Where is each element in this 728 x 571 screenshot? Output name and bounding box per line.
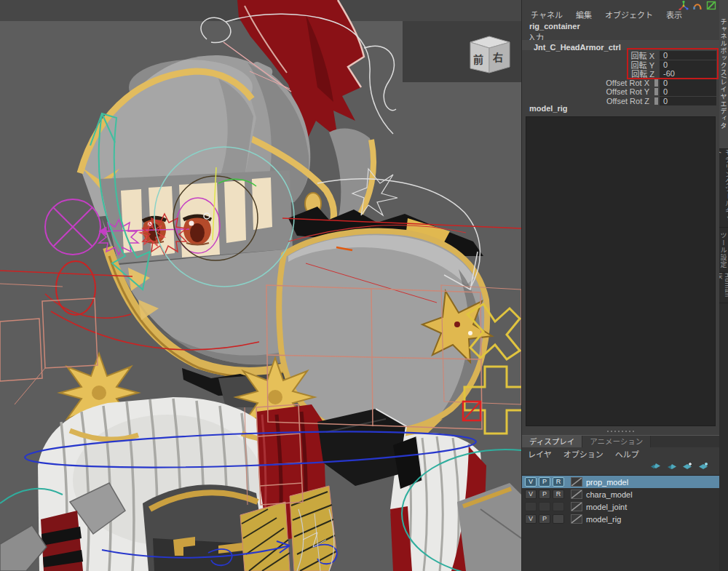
input-node-row[interactable]: Jnt_C_HeadArmor_ctrl: [522, 40, 719, 50]
layer-display-toggle[interactable]: [553, 514, 564, 524]
side-tab-strip: チャネルボックス/レイヤエディタ モデリングツールキット ツール設定 Human…: [719, 0, 728, 571]
layer-color-swatch[interactable]: [571, 490, 582, 499]
layer-row-model-rig[interactable]: V P model_rig: [522, 513, 719, 525]
menu-layers[interactable]: レイヤ: [528, 448, 552, 460]
layer-playback-toggle[interactable]: P: [539, 477, 550, 487]
node-name-label[interactable]: rig_container: [529, 22, 580, 31]
layer-visibility-toggle[interactable]: V: [525, 490, 537, 499]
edit-mode-icon[interactable]: [706, 1, 716, 10]
channel-row: 回転 Z -60: [522, 69, 719, 79]
input-connection-icon[interactable]: [692, 1, 703, 10]
move-layer-down-icon[interactable]: [666, 462, 677, 471]
layer-editor: ディスプレイ アニメーション レイヤ オプション ヘルプ: [522, 435, 719, 571]
menu-edit[interactable]: 編集: [576, 9, 592, 20]
tab-display[interactable]: ディスプレイ: [522, 436, 582, 447]
panel-top-toolbar: [678, 1, 716, 10]
tab-animation[interactable]: アニメーション: [582, 436, 651, 447]
channel-value-field[interactable]: 0: [660, 97, 716, 105]
channel-list: 回転 X 0 回転 Y 0 回転 Z -60 Offset Rot X 0 Of…: [522, 51, 719, 105]
layer-visibility-toggle[interactable]: V: [525, 477, 537, 487]
layer-playback-toggle[interactable]: P: [539, 514, 550, 524]
layer-visibility-toggle[interactable]: [525, 502, 537, 511]
layer-display-toggle[interactable]: R: [553, 477, 564, 487]
menu-show[interactable]: 表示: [666, 9, 682, 20]
layer-row-prop-model[interactable]: V P R prop_model: [522, 476, 719, 488]
channel-label[interactable]: Offset Rot X: [522, 79, 654, 87]
layer-display-toggle[interactable]: R: [553, 490, 564, 499]
new-layer-from-selected-icon[interactable]: [698, 462, 709, 471]
layer-color-swatch[interactable]: [571, 514, 582, 524]
layer-name[interactable]: model_rig: [586, 515, 621, 524]
layer-color-swatch[interactable]: [571, 477, 582, 487]
nonkeyable-swatch: [654, 97, 658, 105]
channel-box-panel: チャネル 編集 オブジェクト 表示 rig_container 入力 Jnt_C…: [521, 0, 719, 571]
layer-name[interactable]: model_joint: [586, 503, 627, 511]
side-tab-tool-settings[interactable]: ツール設定: [719, 228, 728, 273]
menu-channels[interactable]: チャネル: [531, 9, 563, 20]
layer-editor-tabs: ディスプレイ アニメーション: [522, 436, 719, 447]
nonkeyable-swatch: [654, 79, 658, 87]
layer-name[interactable]: chara_model: [586, 490, 633, 499]
layer-playback-toggle[interactable]: [539, 502, 550, 511]
layer-visibility-toggle[interactable]: V: [525, 514, 537, 524]
channel-value-field[interactable]: -60: [660, 69, 716, 78]
layer-playback-toggle[interactable]: P: [539, 490, 550, 499]
panel-splitter[interactable]: [522, 428, 719, 435]
layer-display-toggle[interactable]: [553, 502, 564, 511]
channel-row: Offset Rot Y 0: [522, 87, 719, 97]
view-cube-front-face[interactable]: 前: [473, 54, 483, 65]
layer-editor-menubar: レイヤ オプション ヘルプ: [522, 447, 719, 460]
side-tab-modeling-toolkit[interactable]: モデリングツールキット: [719, 149, 728, 228]
menu-object[interactable]: オブジェクト: [605, 9, 653, 20]
channel-box-menubar: チャネル 編集 オブジェクト 表示: [531, 9, 682, 20]
viewport-panel[interactable]: 前 右: [0, 0, 521, 571]
channel-box-empty-area: [526, 116, 716, 426]
menu-options[interactable]: オプション: [563, 448, 604, 460]
output-node-label[interactable]: model_rig: [529, 104, 568, 113]
menu-help[interactable]: ヘルプ: [615, 448, 639, 460]
visor-and-face: [99, 170, 293, 263]
channel-value-field[interactable]: 0: [660, 60, 716, 69]
view-cube-right-face[interactable]: 右: [492, 52, 503, 63]
channel-value-field[interactable]: 0: [660, 87, 716, 96]
nonkeyable-swatch: [654, 88, 658, 95]
layer-toolbar: [522, 460, 719, 473]
maya-window: 前 右 チャネル 編集: [0, 0, 728, 571]
layer-name[interactable]: prop_model: [586, 478, 628, 487]
channel-value-field[interactable]: 0: [660, 51, 716, 60]
channel-label[interactable]: Offset Rot Y: [522, 87, 654, 96]
layer-row-chara-model[interactable]: V P R chara_model: [522, 488, 719, 500]
new-empty-layer-icon[interactable]: [682, 462, 693, 471]
layer-list: V P R prop_model V P R chara_model: [522, 475, 719, 571]
channel-row: Offset Rot X 0: [522, 79, 719, 88]
layer-color-swatch[interactable]: [571, 502, 582, 511]
view-cube[interactable]: 前 右: [470, 36, 510, 73]
channel-value-field[interactable]: 0: [660, 79, 716, 87]
viewport-render: 前 右: [0, 0, 521, 571]
layer-row-model-joint[interactable]: model_joint: [522, 500, 719, 513]
side-tab-channel-box[interactable]: チャネルボックス/レイヤエディタ: [719, 0, 728, 149]
move-layer-up-icon[interactable]: [650, 462, 661, 471]
side-tab-human-ik[interactable]: Human IK: [719, 273, 728, 303]
